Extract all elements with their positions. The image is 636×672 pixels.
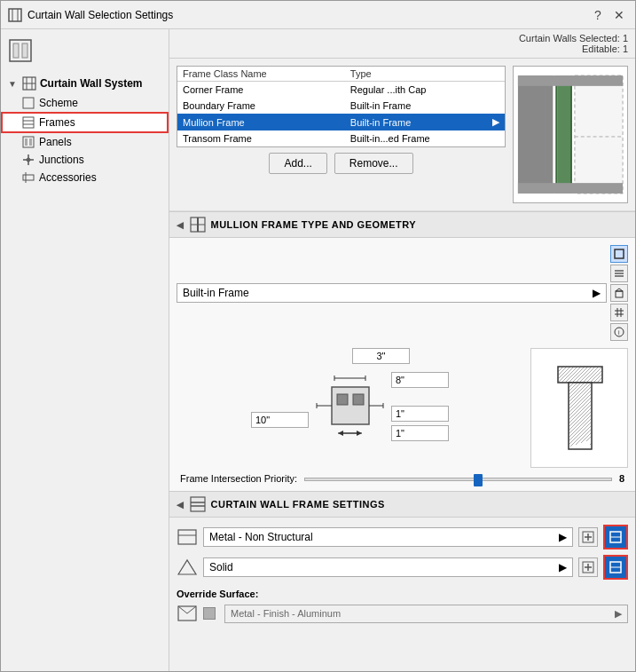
- toolbar-icon: [8, 38, 33, 63]
- override-dropdown[interactable]: Metal - Finish - Aluminum ▶: [224, 605, 628, 623]
- dim-right-bot-input[interactable]: [391, 425, 449, 441]
- svg-rect-24: [557, 75, 570, 194]
- type-dropdown[interactable]: Built-in Frame ▶: [177, 283, 607, 303]
- table-row[interactable]: Boundary Frame Built-in Frame: [177, 98, 505, 114]
- priority-slider-thumb[interactable]: [474, 474, 483, 486]
- priority-slider-track: [304, 478, 612, 481]
- view-icons: i: [610, 245, 628, 341]
- surface-label: Solid: [209, 561, 233, 573]
- remove-button[interactable]: Remove...: [334, 153, 413, 174]
- mullion-collapse-btn[interactable]: ◀: [177, 220, 185, 230]
- override-dropdown-row: Metal - Finish - Aluminum ▶: [177, 603, 628, 624]
- svg-rect-28: [518, 75, 623, 86]
- sidebar-item-label-panels: Panels: [39, 136, 72, 148]
- frame-type-2: Built-in Frame: [345, 98, 505, 114]
- surface-highlight-btn[interactable]: [603, 555, 628, 580]
- view-icon-square[interactable]: [610, 245, 628, 263]
- svg-rect-50: [337, 394, 348, 405]
- table-row[interactable]: Transom Frame Built-in...ed Frame: [177, 130, 505, 146]
- add-button[interactable]: Add...: [269, 153, 326, 174]
- material-dropdown[interactable]: Metal - Non Structural ▶: [203, 527, 573, 547]
- svg-rect-4: [13, 43, 19, 58]
- override-label: Override Surface:: [177, 589, 258, 599]
- type-dropdown-label: Built-in Frame: [183, 287, 249, 299]
- table-row[interactable]: Corner Frame Regular ...ith Cap: [177, 82, 505, 99]
- geometry-section: Built-in Frame ▶: [169, 238, 635, 491]
- cw-settings-content: Metal - Non Structural ▶: [169, 518, 635, 636]
- dim-top-input[interactable]: [352, 348, 410, 364]
- override-icon: [177, 603, 198, 624]
- geometry-diagram-row: [177, 348, 628, 468]
- table-btn-row: Add... Remove...: [177, 147, 506, 179]
- surface-action-btn[interactable]: [578, 557, 598, 577]
- help-button[interactable]: ?: [589, 6, 607, 24]
- close-button[interactable]: ✕: [610, 6, 628, 24]
- material-row: Metal - Non Structural ▶: [177, 525, 628, 549]
- frame-table-wrapper: Frame Class Name Type Corner Frame Regul…: [177, 66, 506, 203]
- dim-right-mid-input[interactable]: [391, 406, 449, 422]
- col-frame-class: Frame Class Name: [177, 67, 345, 82]
- material-action-btn[interactable]: [578, 527, 598, 547]
- frame-name-4: Transom Frame: [177, 130, 345, 146]
- side-profile-svg: [531, 349, 629, 469]
- sidebar-item-junctions[interactable]: Junctions: [1, 151, 169, 169]
- view-icon-list[interactable]: [610, 265, 628, 282]
- color-swatch: [203, 607, 216, 620]
- app-icon: [8, 8, 22, 22]
- sidebar-root[interactable]: ▼ Curtain Wall System: [1, 73, 169, 94]
- frame-name-1: Corner Frame: [177, 82, 345, 99]
- svg-rect-23: [518, 75, 553, 194]
- priority-value: 8: [619, 473, 624, 484]
- sidebar: ▼ Curtain Wall System Scheme: [1, 29, 169, 671]
- mullion-section-title: MULLION FRAME TYPE AND GEOMETRY: [211, 219, 417, 230]
- dim-right-top-input[interactable]: [391, 372, 449, 388]
- sidebar-item-label-junctions: Junctions: [39, 154, 84, 166]
- sidebar-item-panels[interactable]: Panels: [1, 133, 169, 151]
- geometry-fields: [177, 348, 523, 442]
- svg-rect-20: [23, 175, 34, 180]
- sidebar-item-scheme[interactable]: Scheme: [1, 94, 169, 112]
- accessories-icon: [22, 171, 35, 184]
- sidebar-item-frames[interactable]: Frames: [1, 112, 169, 133]
- frames-icon: [22, 116, 35, 129]
- cw-settings-title: CURTAIN WALL FRAME SETTINGS: [211, 499, 385, 510]
- sidebar-item-label-accessories: Accessories: [39, 171, 97, 184]
- sidebar-root-label: Curtain Wall System: [40, 77, 143, 90]
- surface-dropdown[interactable]: Solid ▶: [203, 557, 573, 577]
- frame-preview-svg: [514, 67, 627, 202]
- curtain-wall-icon: [22, 76, 36, 91]
- info-bar: Curtain Walls Selected: 1Editable: 1: [169, 29, 635, 59]
- mullion-section-header: ◀ MULLION FRAME TYPE AND GEOMETRY: [169, 211, 635, 238]
- svg-rect-51: [353, 394, 364, 405]
- svg-text:i: i: [618, 329, 620, 336]
- sidebar-item-label-frames: Frames: [39, 116, 75, 129]
- view-icon-3d[interactable]: [610, 284, 628, 302]
- svg-rect-10: [23, 98, 34, 108]
- svg-rect-29: [518, 183, 623, 194]
- table-row-selected[interactable]: Mullion Frame Built-in Frame ▶: [177, 114, 505, 130]
- right-dim-fields: [391, 372, 449, 441]
- cw-collapse-btn[interactable]: ◀: [177, 500, 185, 510]
- sidebar-item-label-scheme: Scheme: [39, 97, 78, 109]
- cross-section-svg: [312, 371, 388, 442]
- material-highlight-btn[interactable]: [603, 525, 628, 549]
- view-icon-info[interactable]: i: [610, 323, 628, 341]
- highlight-icon: [609, 530, 623, 544]
- center-diagram: [312, 371, 388, 442]
- frame-name-3: Mullion Frame: [177, 114, 345, 130]
- svg-rect-5: [22, 43, 27, 58]
- frame-table-scroll[interactable]: Frame Class Name Type Corner Frame Regul…: [177, 66, 506, 147]
- material-arrow-icon: ▶: [559, 531, 567, 543]
- window-title: Curtain Wall Selection Settings: [27, 9, 173, 21]
- override-row: Override Surface:: [177, 585, 628, 603]
- svg-rect-11: [23, 117, 34, 128]
- sidebar-item-accessories[interactable]: Accessories: [1, 169, 169, 186]
- override-arrow-icon: ▶: [615, 608, 622, 620]
- view-icon-grid[interactable]: [610, 304, 628, 321]
- svg-rect-38: [616, 291, 623, 297]
- dim-left-input[interactable]: [251, 412, 309, 428]
- priority-label: Frame Intersection Priority:: [180, 473, 297, 484]
- type-dropdown-row: Built-in Frame ▶: [177, 245, 628, 341]
- svg-rect-103: [191, 497, 205, 511]
- title-bar-left: Curtain Wall Selection Settings: [8, 8, 173, 22]
